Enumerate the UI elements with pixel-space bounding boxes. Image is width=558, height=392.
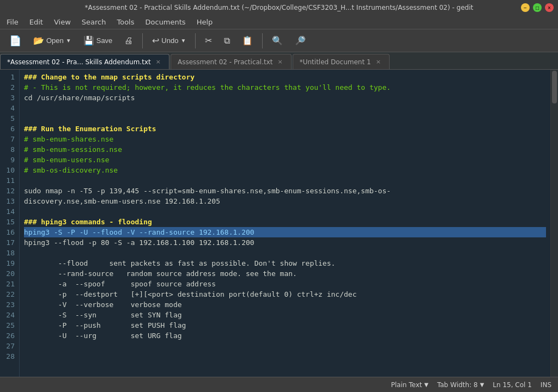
scrollbar-thumb[interactable] bbox=[552, 71, 557, 103]
undo-icon: ↩ bbox=[152, 35, 159, 46]
tab-tab1[interactable]: *Assessment 02 - Pra... Skills Addendum.… bbox=[0, 54, 169, 69]
menu-item-documents[interactable]: Documents bbox=[141, 17, 190, 27]
paste-button[interactable]: 📋 bbox=[237, 33, 258, 48]
copy-button[interactable]: ⧉ bbox=[219, 33, 235, 48]
position-label: Ln 15, Col 1 bbox=[493, 381, 532, 389]
menu-item-search[interactable]: Search bbox=[77, 17, 111, 27]
tab-close-tab2[interactable]: × bbox=[276, 58, 284, 66]
separator-2 bbox=[195, 33, 196, 48]
code-line: # smb-enum-users.nse bbox=[24, 155, 546, 165]
open-label: Open bbox=[46, 36, 64, 45]
line-number: 21 bbox=[4, 279, 15, 289]
save-button[interactable]: 💾 Save bbox=[78, 33, 118, 48]
code-line bbox=[24, 206, 546, 217]
code-line: ### hping3 commands - flooding bbox=[24, 217, 546, 227]
menu-item-view[interactable]: View bbox=[50, 17, 75, 27]
line-number: 10 bbox=[4, 165, 15, 175]
menu-item-tools[interactable]: Tools bbox=[112, 17, 138, 27]
code-line: --flood sent packets as fast as possible… bbox=[24, 258, 546, 268]
code-line: # smb-enum-sessions.nse bbox=[24, 144, 546, 155]
line-number: 27 bbox=[4, 341, 15, 351]
minimize-button[interactable]: − bbox=[521, 3, 530, 12]
line-number: 8 bbox=[4, 144, 15, 155]
line-number: 19 bbox=[4, 258, 15, 268]
code-line: sudo nmap -n -T5 -p 139,445 --script=smb… bbox=[24, 186, 546, 196]
code-line bbox=[24, 103, 546, 113]
maximize-button[interactable]: □ bbox=[533, 3, 542, 12]
new-button[interactable]: 📄 bbox=[4, 32, 26, 50]
cut-button[interactable]: ✂ bbox=[200, 33, 217, 48]
code-line bbox=[24, 341, 546, 351]
tab-close-tab1[interactable]: × bbox=[154, 58, 162, 66]
replace-button[interactable]: 🔍 bbox=[290, 33, 311, 48]
separator-3 bbox=[262, 33, 263, 48]
find-icon: 🔍 bbox=[272, 35, 283, 46]
line-number: 5 bbox=[4, 113, 15, 124]
line-number: 15 bbox=[4, 217, 15, 227]
close-button[interactable]: × bbox=[545, 3, 554, 12]
separator-1 bbox=[142, 33, 143, 48]
line-number: 22 bbox=[4, 289, 15, 299]
code-line: ### Run the Enumeration Scripts bbox=[24, 124, 546, 134]
menu-item-file[interactable]: File bbox=[2, 17, 23, 27]
new-icon: 📄 bbox=[9, 35, 21, 47]
mode-status: INS bbox=[541, 381, 551, 389]
code-line: --rand-source random source address mode… bbox=[24, 268, 546, 279]
copy-icon: ⧉ bbox=[224, 36, 230, 46]
line-number: 25 bbox=[4, 320, 15, 330]
line-number: 9 bbox=[4, 155, 15, 165]
tabwidth-dropdown-icon: ▼ bbox=[480, 382, 484, 388]
save-label: Save bbox=[96, 36, 113, 45]
code-line: ### Change to the nmap scripts directory bbox=[24, 72, 546, 82]
line-number: 18 bbox=[4, 248, 15, 258]
print-icon: 🖨 bbox=[124, 36, 133, 46]
code-line: hping3 -S -P -U --flood -V --rand-source… bbox=[24, 227, 546, 237]
tabwidth-label: Tab Width: 8 bbox=[437, 381, 477, 389]
line-number: 7 bbox=[4, 134, 15, 144]
open-dropdown-icon: ▼ bbox=[66, 38, 71, 44]
filetype-status[interactable]: Plain Text ▼ bbox=[391, 381, 429, 389]
open-button[interactable]: 📂 Open ▼ bbox=[28, 33, 76, 48]
replace-icon: 🔍 bbox=[295, 35, 306, 46]
tab-tab2[interactable]: Assessment 02 - Practical.txt× bbox=[171, 54, 292, 69]
cut-icon: ✂ bbox=[205, 35, 212, 46]
tab-close-tab3[interactable]: × bbox=[374, 58, 383, 66]
undo-button[interactable]: ↩ Undo ▼ bbox=[147, 33, 191, 48]
titlebar-title: *Assessment 02 - Practical Skills Addend… bbox=[37, 4, 521, 11]
find-button[interactable]: 🔍 bbox=[267, 33, 288, 48]
tab-label: Assessment 02 - Practical.txt bbox=[178, 58, 273, 66]
filetype-label: Plain Text bbox=[391, 381, 422, 389]
line-number: 20 bbox=[4, 268, 15, 279]
line-number: 23 bbox=[4, 299, 15, 310]
tab-tab3[interactable]: *Untitled Document 1× bbox=[293, 54, 390, 69]
line-number: 28 bbox=[4, 351, 15, 362]
menu-item-help[interactable]: Help bbox=[192, 17, 217, 27]
print-button[interactable]: 🖨 bbox=[119, 33, 138, 48]
line-number: 6 bbox=[4, 124, 15, 134]
statusbar: Plain Text ▼ Tab Width: 8 ▼ Ln 15, Col 1… bbox=[0, 377, 558, 392]
code-line: -S --syn set SYN flag bbox=[24, 310, 546, 320]
code-line: # smb-os-discovery.nse bbox=[24, 165, 546, 175]
code-line: -p --destport [+][<port> destination por… bbox=[24, 289, 546, 299]
tabwidth-status[interactable]: Tab Width: 8 ▼ bbox=[437, 381, 484, 389]
code-line: discovery.nse,smb-enum-users.nse 192.168… bbox=[24, 196, 546, 206]
line-number: 16 bbox=[4, 227, 15, 237]
titlebar: *Assessment 02 - Practical Skills Addend… bbox=[0, 0, 558, 15]
line-number: 17 bbox=[4, 237, 15, 248]
position-status: Ln 15, Col 1 bbox=[493, 381, 532, 389]
line-number: 11 bbox=[4, 175, 15, 186]
line-number: 14 bbox=[4, 206, 15, 217]
menu-item-edit[interactable]: Edit bbox=[25, 17, 47, 27]
code-content[interactable]: ### Change to the nmap scripts directory… bbox=[20, 70, 550, 377]
code-line: -P --push set PUSH flag bbox=[24, 320, 546, 330]
menubar: FileEditViewSearchToolsDocumentsHelp bbox=[0, 15, 558, 29]
code-line bbox=[24, 113, 546, 124]
code-line bbox=[24, 362, 546, 372]
undo-dropdown-icon: ▼ bbox=[180, 38, 186, 44]
mode-label: INS bbox=[541, 381, 551, 389]
code-line bbox=[24, 248, 546, 258]
line-number: 13 bbox=[4, 196, 15, 206]
line-number: 1 bbox=[4, 72, 15, 82]
scrollbar[interactable] bbox=[550, 70, 558, 377]
code-line: -U --urg set URG flag bbox=[24, 330, 546, 341]
